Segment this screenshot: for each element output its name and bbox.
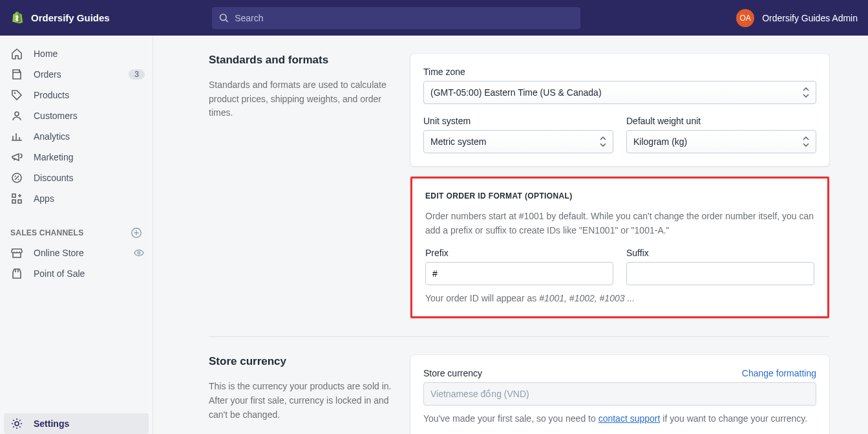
currency-panel: Store currency This is the currency your… bbox=[209, 336, 829, 434]
select-value: Kilogram (kg) bbox=[633, 136, 687, 147]
currency-title: Store currency bbox=[209, 355, 395, 368]
logo-group[interactable]: Ordersify Guides bbox=[10, 11, 212, 25]
svg-point-0 bbox=[220, 14, 226, 19]
orderid-heading: EDIT ORDER ID FORMAT (OPTIONAL) bbox=[425, 191, 814, 201]
timezone-select[interactable]: (GMT-05:00) Eastern Time (US & Canada) bbox=[423, 81, 816, 104]
orderid-desc: Order numbers start at #1001 by default.… bbox=[425, 210, 814, 237]
svg-line-1 bbox=[226, 19, 228, 21]
currency-card: Store currency Change formatting Vietnam… bbox=[410, 355, 829, 434]
user-menu[interactable]: OA Ordersify Guides Admin bbox=[736, 9, 858, 27]
select-value: Metric system bbox=[430, 136, 486, 147]
order-id-preview: Your order ID will appear as #1001, #100… bbox=[425, 293, 814, 303]
store-name: Ordersify Guides bbox=[31, 12, 110, 23]
suffix-input[interactable] bbox=[626, 262, 814, 285]
svg-point-5 bbox=[15, 176, 16, 177]
search-input[interactable] bbox=[235, 13, 574, 23]
svg-point-6 bbox=[18, 179, 19, 180]
analytics-icon bbox=[10, 130, 23, 143]
nav-label: Home bbox=[34, 49, 145, 59]
change-formatting-link[interactable]: Change formatting bbox=[742, 368, 816, 378]
nav-analytics[interactable]: Analytics bbox=[0, 126, 153, 147]
svg-rect-9 bbox=[18, 200, 21, 203]
standards-desc: Standards and formats are used to calcul… bbox=[209, 78, 395, 120]
standards-title: Standards and formats bbox=[209, 54, 395, 67]
currency-note: You've made your first sale, so you need… bbox=[423, 412, 816, 426]
pos-icon bbox=[10, 267, 23, 280]
channel-label: Point of Sale bbox=[34, 268, 145, 279]
preview-lead: Your order ID will appear as bbox=[425, 293, 539, 303]
currency-value: Vietnamese đồng (VND) bbox=[430, 389, 529, 399]
nav-label: Apps bbox=[34, 193, 145, 204]
nav-home[interactable]: Home bbox=[0, 43, 153, 64]
nav-label: Analytics bbox=[34, 131, 145, 142]
svg-point-12 bbox=[15, 422, 19, 426]
channel-label: Online Store bbox=[34, 248, 123, 258]
currency-field-label: Store currency bbox=[423, 368, 482, 378]
nav-label: Discounts bbox=[34, 173, 145, 183]
orderid-card: EDIT ORDER ID FORMAT (OPTIONAL) Order nu… bbox=[410, 177, 829, 318]
shopify-logo-icon bbox=[10, 11, 23, 25]
svg-point-3 bbox=[15, 112, 19, 116]
weight-label: Default weight unit bbox=[626, 116, 816, 126]
nav-label: Products bbox=[34, 90, 145, 100]
nav-settings[interactable]: Settings bbox=[4, 413, 149, 434]
currency-field: Vietnamese đồng (VND) bbox=[423, 382, 816, 406]
nav-apps[interactable]: Apps bbox=[0, 188, 153, 209]
tag-icon bbox=[10, 89, 23, 102]
gear-icon bbox=[10, 417, 23, 430]
channel-online-store[interactable]: Online Store bbox=[0, 243, 153, 263]
nav-customers[interactable]: Customers bbox=[0, 105, 153, 126]
main-content: Standards and formats Standards and form… bbox=[153, 36, 868, 434]
note-lead: You've made your first sale, so you need… bbox=[423, 413, 598, 424]
orders-badge: 3 bbox=[129, 69, 145, 80]
nav-discounts[interactable]: Discounts bbox=[0, 168, 153, 188]
store-icon bbox=[10, 246, 23, 259]
sales-channels-heading: SALES CHANNELS bbox=[0, 209, 153, 243]
caret-sort-icon bbox=[803, 136, 809, 147]
suffix-label: Suffix bbox=[626, 248, 814, 258]
megaphone-icon bbox=[10, 151, 23, 164]
select-value: (GMT-05:00) Eastern Time (US & Canada) bbox=[430, 87, 602, 98]
contact-support-link[interactable]: contact support bbox=[598, 413, 661, 424]
note-tail: if you want to change your currency. bbox=[660, 413, 807, 424]
person-icon bbox=[10, 109, 23, 122]
orders-icon bbox=[10, 68, 23, 81]
nav-products[interactable]: Products bbox=[0, 85, 153, 105]
currency-desc: This is the currency your products are s… bbox=[209, 380, 395, 422]
weight-select[interactable]: Kilogram (kg) bbox=[626, 130, 816, 153]
user-name: Ordersify Guides Admin bbox=[762, 13, 858, 23]
unit-select[interactable]: Metric system bbox=[423, 130, 613, 153]
svg-rect-7 bbox=[12, 194, 16, 197]
nav-label: Marketing bbox=[34, 152, 145, 162]
prefix-label: Prefix bbox=[425, 248, 613, 258]
caret-sort-icon bbox=[600, 136, 606, 147]
nav-orders[interactable]: Orders 3 bbox=[0, 64, 153, 85]
svg-point-11 bbox=[138, 252, 140, 254]
sidebar: Home Orders 3 Products Customers Analyti… bbox=[0, 36, 153, 434]
channel-pos[interactable]: Point of Sale bbox=[0, 263, 153, 284]
caret-sort-icon bbox=[803, 87, 809, 98]
top-bar: Ordersify Guides OA Ordersify Guides Adm… bbox=[0, 0, 868, 36]
eye-icon[interactable] bbox=[133, 247, 145, 259]
unit-label: Unit system bbox=[423, 116, 613, 126]
standards-card: Time zone (GMT-05:00) Eastern Time (US &… bbox=[410, 54, 829, 166]
timezone-label: Time zone bbox=[423, 67, 816, 77]
search-bar[interactable] bbox=[212, 7, 580, 29]
svg-rect-8 bbox=[12, 200, 16, 203]
search-icon bbox=[218, 12, 229, 24]
apps-icon bbox=[10, 192, 23, 205]
svg-point-2 bbox=[14, 92, 16, 94]
preview-sample: #1001, #1002, #1003 ... bbox=[539, 293, 635, 303]
standards-panel: Standards and formats Standards and form… bbox=[209, 54, 829, 336]
home-icon bbox=[10, 47, 23, 60]
nav-label: Settings bbox=[34, 418, 141, 429]
nav-label: Orders bbox=[34, 69, 118, 80]
nav-label: Customers bbox=[34, 111, 145, 121]
prefix-input[interactable] bbox=[425, 262, 613, 285]
discount-icon bbox=[10, 171, 23, 184]
nav-marketing[interactable]: Marketing bbox=[0, 147, 153, 168]
avatar: OA bbox=[736, 9, 754, 27]
add-channel-icon[interactable] bbox=[131, 227, 142, 239]
section-label: SALES CHANNELS bbox=[10, 228, 83, 237]
